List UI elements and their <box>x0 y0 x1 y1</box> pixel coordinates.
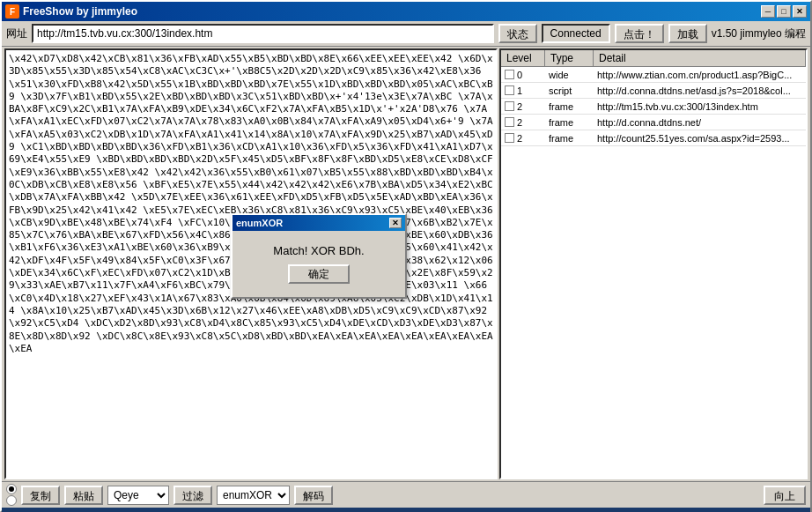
modal-title: enumXOR <box>236 218 283 228</box>
modal-overlay: enumXOR ✕ Match! XOR BDh. 确定 <box>2 2 810 510</box>
modal-message: Match! XOR BDh. <box>250 244 388 257</box>
modal-title-bar: enumXOR ✕ <box>233 215 405 231</box>
main-window: F FreeShow by jimmyleo ─ □ ✕ 网址 状态 Conne… <box>0 0 812 512</box>
modal-content: Match! XOR BDh. 确定 <box>233 231 405 297</box>
modal-ok-button[interactable]: 确定 <box>288 264 350 284</box>
modal-window: enumXOR ✕ Match! XOR BDh. 确定 <box>231 213 407 299</box>
modal-close-button[interactable]: ✕ <box>389 218 402 228</box>
